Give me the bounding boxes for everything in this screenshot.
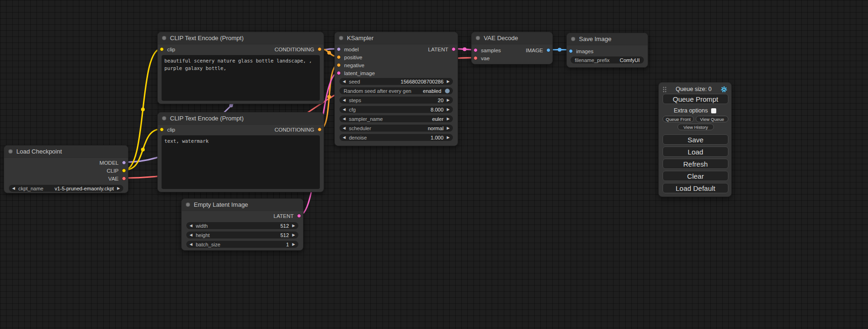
widget-label: denoise (349, 135, 367, 140)
wire-clip-positive[interactable] (125, 49, 162, 170)
width-widget[interactable]: ◀ width 512 ▶ (186, 222, 298, 229)
load-button[interactable]: Load (663, 147, 728, 157)
filename-prefix-widget[interactable]: filename_prefix ComfyUI (571, 56, 644, 63)
positive-input-port[interactable] (337, 55, 341, 59)
input-slot-vae: vae (472, 54, 552, 62)
collapse-dot-icon[interactable] (8, 149, 13, 154)
node-save-image[interactable]: Save Image images filename_prefix ComfyU… (566, 33, 648, 68)
negative-input-port[interactable] (337, 63, 341, 67)
cfg-widget[interactable]: ◀ cfg 8.000 ▶ (339, 106, 453, 113)
decrement-arrow-icon[interactable]: ◀ (190, 233, 192, 237)
increment-arrow-icon[interactable]: ▶ (447, 98, 450, 102)
collapse-dot-icon[interactable] (339, 36, 343, 40)
increment-arrow-icon[interactable]: ▶ (447, 117, 450, 121)
widget-label: filename_prefix (575, 57, 610, 63)
wire-midpoint-dot[interactable] (558, 48, 562, 52)
increment-arrow-icon[interactable]: ▶ (292, 224, 295, 228)
denoise-widget[interactable]: ◀ denoise 1.000 ▶ (339, 134, 453, 141)
view-queue-button[interactable]: View Queue (696, 116, 728, 122)
samples-input-port[interactable] (473, 48, 478, 52)
node-empty-latent-image[interactable]: Empty Latent Image LATENT ◀ width 512 ▶ … (181, 198, 303, 251)
node-vae-decode[interactable]: VAE Decode samples vae IMAGE (471, 32, 553, 64)
node-header[interactable]: CLIP Text Encode (Prompt) (158, 112, 324, 125)
node-header[interactable]: CLIP Text Encode (Prompt) (158, 32, 324, 44)
refresh-button[interactable]: Refresh (663, 159, 728, 169)
node-header[interactable]: VAE Decode (472, 32, 552, 44)
decrement-arrow-icon[interactable]: ◀ (343, 98, 346, 102)
node-ksampler[interactable]: KSampler model positive negative latent_… (334, 32, 458, 146)
decrement-arrow-icon[interactable]: ◀ (190, 243, 192, 246)
node-header[interactable]: Save Image (567, 33, 648, 45)
clip-input-port[interactable] (160, 47, 164, 51)
load-default-button[interactable]: Load Default (663, 183, 728, 193)
view-history-button[interactable]: View History (677, 124, 714, 130)
conditioning-output-port[interactable] (318, 127, 322, 132)
negative-prompt-textarea[interactable]: text, watermark (162, 135, 320, 189)
image-output-port[interactable] (546, 48, 550, 52)
collapse-dot-icon[interactable] (162, 116, 166, 120)
extra-options-checkbox[interactable] (711, 108, 716, 113)
node-clip-text-encode-positive[interactable]: CLIP Text Encode (Prompt) clip CONDITION… (157, 32, 324, 104)
conditioning-output-port[interactable] (318, 47, 322, 51)
queue-front-button[interactable]: Queue Front (663, 116, 694, 122)
decrement-arrow-icon[interactable]: ◀ (12, 187, 15, 190)
clip-input-port[interactable] (160, 127, 164, 132)
model-input-port[interactable] (337, 47, 341, 51)
scheduler-widget[interactable]: ◀ scheduler normal ▶ (339, 125, 453, 132)
save-button[interactable]: Save (663, 134, 728, 145)
increment-arrow-icon[interactable]: ▶ (292, 233, 295, 237)
random-seed-toggle-widget[interactable]: Random seed after every gen enabled (339, 87, 453, 94)
node-title: Save Image (579, 35, 611, 42)
queue-prompt-button[interactable]: Queue Prompt (663, 94, 728, 104)
drag-handle-icon[interactable] (663, 86, 667, 92)
decrement-arrow-icon[interactable]: ◀ (190, 224, 192, 228)
positive-prompt-textarea[interactable]: beautiful scenery nature glass bottle la… (162, 55, 320, 101)
ckpt-name-widget[interactable]: ◀ ckpt_name v1-5-pruned-emaonly.ckpt ▶ (9, 185, 123, 192)
node-header[interactable]: Load Checkpoint (4, 146, 128, 158)
latent-output-port[interactable] (297, 214, 301, 218)
wire-clip-negative[interactable] (125, 129, 162, 170)
decrement-arrow-icon[interactable]: ◀ (343, 136, 346, 140)
increment-arrow-icon[interactable]: ▶ (447, 80, 450, 84)
increment-arrow-icon[interactable]: ▶ (292, 243, 295, 246)
height-widget[interactable]: ◀ height 512 ▶ (186, 231, 298, 238)
collapse-dot-icon[interactable] (571, 37, 575, 41)
clear-button[interactable]: Clear (663, 171, 728, 181)
increment-arrow-icon[interactable]: ▶ (447, 108, 450, 112)
vae-input-port[interactable] (473, 56, 478, 60)
wire-midpoint-dot[interactable] (327, 95, 331, 99)
increment-arrow-icon[interactable]: ▶ (447, 136, 450, 140)
images-input-port[interactable] (569, 49, 573, 53)
steps-widget[interactable]: ◀ steps 20 ▶ (339, 97, 453, 104)
decrement-arrow-icon[interactable]: ◀ (343, 108, 346, 112)
wire-midpoint-dot[interactable] (141, 108, 145, 112)
node-clip-text-encode-negative[interactable]: CLIP Text Encode (Prompt) clip CONDITION… (157, 112, 324, 192)
latent-image-input-port[interactable] (337, 71, 341, 75)
wire-midpoint-dot[interactable] (229, 104, 233, 107)
collapse-dot-icon[interactable] (186, 203, 190, 207)
wire-midpoint-dot[interactable] (327, 51, 331, 55)
node-load-checkpoint[interactable]: Load Checkpoint MODEL CLIP VAE ◀ ckpt_na… (4, 145, 128, 193)
collapse-dot-icon[interactable] (162, 36, 166, 40)
vae-output-port[interactable] (122, 176, 126, 181)
latent-output-port[interactable] (452, 47, 456, 51)
seed-widget[interactable]: ◀ seed 156680208700286 ▶ (339, 78, 453, 85)
node-graph-canvas[interactable]: Load Checkpoint MODEL CLIP VAE ◀ ckpt_na… (0, 0, 868, 329)
batch-size-widget[interactable]: ◀ batch_size 1 ▶ (186, 241, 298, 248)
decrement-arrow-icon[interactable]: ◀ (343, 80, 346, 84)
increment-arrow-icon[interactable]: ▶ (447, 126, 450, 130)
collapse-dot-icon[interactable] (476, 36, 480, 40)
sampler-name-widget[interactable]: ◀ sampler_name euler ▶ (339, 115, 453, 122)
clip-output-port[interactable] (122, 168, 126, 173)
node-header[interactable]: Empty Latent Image (182, 199, 303, 211)
wire-midpoint-dot[interactable] (141, 148, 145, 152)
node-header[interactable]: KSampler (335, 32, 458, 44)
toggle-knob-icon[interactable] (445, 89, 450, 93)
decrement-arrow-icon[interactable]: ◀ (343, 117, 346, 121)
model-output-port[interactable] (122, 161, 126, 165)
wire-midpoint-dot[interactable] (463, 48, 466, 51)
settings-gear-icon[interactable] (720, 86, 727, 93)
decrement-arrow-icon[interactable]: ◀ (343, 126, 346, 130)
widget-value: 20 (438, 98, 444, 103)
increment-arrow-icon[interactable]: ▶ (117, 187, 120, 190)
